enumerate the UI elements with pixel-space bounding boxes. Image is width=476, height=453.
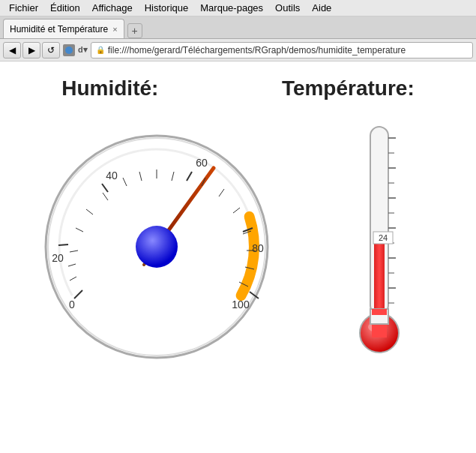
address-text: file:///home/gerard/Téléchargements/RGra… [108, 45, 406, 56]
nav-controls: ◀ ▶ ↺ [3, 42, 60, 58]
humidity-gauge: 0 20 40 60 80 100 [37, 123, 277, 363]
nav-d-icon: d▾ [78, 45, 88, 55]
menu-outils[interactable]: Outils [269, 0, 306, 16]
menu-historique[interactable]: Historique [139, 0, 195, 16]
browser-tab[interactable]: Humidité et Température × [3, 19, 124, 38]
refresh-button[interactable]: ↺ [42, 42, 60, 58]
svg-text:100: 100 [232, 298, 250, 310]
back-button[interactable]: ◀ [3, 42, 21, 58]
svg-rect-55 [372, 309, 387, 315]
main-content: Humidité: Température: [0, 62, 476, 453]
navbar: ◀ ▶ ↺ d▾ 🔒 file:///home/gerard/Télécharg… [0, 39, 476, 62]
gauge-svg: 0 20 40 60 80 100 [37, 123, 277, 363]
tabbar: Humidité et Température × + [0, 16, 476, 39]
forward-icon: ▶ [28, 45, 35, 56]
menu-fichier[interactable]: Fichier [3, 0, 44, 16]
tab-label: Humidité et Température [10, 24, 108, 34]
menu-edition[interactable]: Édition [44, 0, 86, 16]
svg-point-5 [136, 226, 178, 268]
menu-marquepages[interactable]: Marque-pages [194, 0, 269, 16]
titles-row: Humidité: Température: [0, 62, 476, 108]
svg-point-0 [65, 46, 73, 54]
svg-text:0: 0 [69, 298, 75, 310]
gauges-row: 0 20 40 60 80 100 [0, 116, 476, 370]
svg-text:24: 24 [379, 233, 388, 242]
temperature-title: Température: [282, 76, 415, 100]
address-bar[interactable]: 🔒 file:///home/gerard/Téléchargements/RG… [91, 42, 473, 58]
svg-text:80: 80 [252, 242, 264, 254]
svg-text:60: 60 [196, 157, 208, 169]
tab-close-button[interactable]: × [112, 25, 117, 34]
favicon [63, 44, 75, 56]
svg-rect-36 [374, 236, 385, 312]
address-lock-icon: 🔒 [96, 46, 105, 54]
new-tab-button[interactable]: + [127, 23, 142, 38]
thermometer-svg: 24 [349, 116, 409, 363]
refresh-icon: ↺ [47, 45, 55, 56]
svg-line-13 [58, 244, 68, 245]
menu-affichage[interactable]: Affichage [86, 0, 139, 16]
menubar: Fichier Édition Affichage Historique Mar… [0, 0, 476, 16]
svg-text:20: 20 [52, 252, 64, 264]
humidity-title: Humidité: [61, 76, 158, 100]
nav-favicon-area: d▾ [63, 44, 88, 56]
back-icon: ◀ [9, 45, 16, 56]
svg-text:40: 40 [106, 170, 118, 182]
forward-button[interactable]: ▶ [22, 42, 40, 58]
thermometer: 24 [319, 116, 439, 370]
menu-aide[interactable]: Aide [306, 0, 337, 16]
